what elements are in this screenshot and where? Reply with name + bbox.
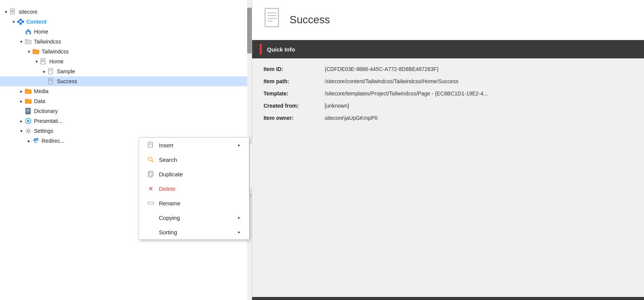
settings-icon: [24, 127, 32, 135]
item-path-label: Item path:: [264, 78, 325, 84]
folder-data-icon: [24, 97, 32, 105]
svg-rect-51: [149, 171, 153, 176]
template-label: Template:: [264, 90, 325, 97]
tree-item-home2[interactable]: ▼ Home: [0, 56, 252, 66]
tree-toggle-settings[interactable]: ▼: [18, 128, 24, 134]
submenu-item-page[interactable]: Page: [250, 144, 252, 159]
copying-arrow: ►: [237, 215, 241, 220]
tree-label-presentation: Presentati...: [34, 118, 63, 124]
dict-icon: [24, 107, 32, 115]
tree-toggle-redirect[interactable]: ►: [26, 138, 32, 144]
svg-rect-0: [10, 9, 15, 14]
left-panel: ▼ sitecore ▼: [0, 0, 252, 300]
svg-rect-23: [49, 68, 53, 74]
submenu-scroll-up[interactable]: ▲: [250, 138, 252, 144]
context-menu-item-copying[interactable]: Copying ►: [139, 210, 249, 225]
svg-rect-16: [25, 39, 28, 40]
sorting-icon: [147, 228, 155, 236]
scrollbar-thumb[interactable]: [247, 8, 252, 53]
tree-item-media[interactable]: ► Media: [0, 86, 252, 96]
tree-item-settings[interactable]: ▼ Settings: [0, 126, 252, 136]
tree-item-home[interactable]: Home: [0, 27, 252, 37]
tree-label-dictionary: Dictionary: [34, 108, 58, 114]
tree-toggle-content[interactable]: ▼: [11, 19, 17, 25]
tree-item-tailwindcss1[interactable]: ▼ Tailwindcss: [0, 37, 252, 47]
context-menu-item-sorting[interactable]: Sorting ►: [139, 225, 249, 239]
folder-media-icon: [24, 87, 32, 95]
svg-rect-33: [26, 108, 31, 114]
tree-label-tailwindcss1: Tailwindcss: [34, 39, 61, 45]
redirect-icon: [32, 137, 40, 145]
info-row-item-owner: Item owner: sitecore\jaUpGKmpP0: [264, 115, 633, 121]
svg-point-39: [28, 121, 29, 121]
tree-item-sitecore[interactable]: ▼ sitecore: [0, 7, 252, 17]
tree-toggle-sitecore[interactable]: ▼: [3, 9, 9, 15]
quick-info-bar: Quick Info: [252, 40, 644, 58]
tree-toggle-home2[interactable]: ▼: [34, 58, 40, 65]
folder-yellow-icon: [32, 48, 40, 55]
tree-toggle-presentation[interactable]: ►: [18, 118, 24, 124]
tree-item-dictionary[interactable]: Dictionary: [0, 106, 252, 116]
svg-rect-14: [27, 32, 29, 34]
tree-item-data[interactable]: ► Data: [0, 96, 252, 106]
tree-toggle-home: [18, 29, 24, 35]
created-from-value: [unknown]: [325, 103, 633, 109]
svg-rect-17: [33, 50, 39, 54]
tree-toggle-data[interactable]: ►: [18, 98, 24, 104]
page-header-icon: [264, 8, 283, 32]
accent-bar: [260, 44, 262, 55]
tree-toggle-tailwindcss2[interactable]: ▼: [26, 48, 32, 55]
item-id-label: Item ID:: [264, 66, 325, 72]
insert-icon: [147, 141, 155, 149]
svg-rect-30: [25, 89, 28, 90]
tree-toggle-success: [41, 78, 47, 84]
created-from-label: Created from:: [264, 103, 325, 109]
tree-label-redirect: Redirec...: [42, 138, 65, 144]
svg-line-50: [152, 161, 154, 163]
template-value: /sitecore/templates/Project/Tailwindcss/…: [325, 90, 633, 97]
tree-label-home: Home: [34, 29, 48, 35]
duplicate-icon: [147, 170, 155, 178]
submenu-item-redirect[interactable]: Redirect: [250, 159, 252, 173]
submenu-scroll-down[interactable]: ▼: [250, 188, 252, 194]
context-menu-item-rename[interactable]: Rename: [139, 196, 249, 210]
item-path-value: /sitecore/content/Tailwindcss/Tailwindcs…: [325, 78, 633, 84]
search-label: Search: [159, 156, 241, 163]
tree-label-settings: Settings: [34, 128, 53, 134]
folder-doc-icon: [24, 38, 32, 45]
tree-toggle-sample[interactable]: ►: [41, 68, 47, 74]
tree-item-sample[interactable]: ► Sample: [0, 66, 252, 76]
tree-toggle-tailwindcss1[interactable]: ▼: [18, 39, 24, 45]
context-menu-item-delete[interactable]: ✕ Delete: [139, 181, 249, 196]
info-row-created-from: Created from: [unknown]: [264, 103, 633, 109]
doc-icon-sample: [47, 68, 55, 75]
context-menu-item-insert[interactable]: Insert ► ▲ Page: [139, 138, 249, 152]
rename-label: Rename: [159, 200, 241, 206]
tree-item-tailwindcss2[interactable]: ▼ Tailwindcss: [0, 47, 252, 56]
delete-label: Delete: [159, 185, 241, 192]
page-title: Success: [290, 14, 330, 26]
blue-nodes-icon: [17, 18, 24, 26]
tree-label-success: Success: [57, 78, 77, 84]
tree-label-tailwindcss2: Tailwindcss: [42, 48, 69, 55]
context-menu-item-search[interactable]: Search: [139, 152, 249, 167]
info-row-template: Template: /sitecore/templates/Project/Ta…: [264, 90, 633, 97]
duplicate-label: Duplicate: [159, 171, 241, 177]
svg-rect-54: [148, 202, 154, 204]
info-content: Item ID: {CDFDE03E-9886-445C-A772-8D8BE4…: [252, 58, 644, 297]
tree-item-content[interactable]: ▼ Content: [0, 17, 252, 27]
context-menu-item-duplicate[interactable]: Duplicate: [139, 167, 249, 181]
tree-label-media: Media: [34, 88, 49, 94]
item-id-value: {CDFDE03E-9886-445C-A772-8D8BE487263F}: [325, 66, 633, 72]
tree-item-presentation[interactable]: ► Presentati...: [0, 116, 252, 126]
doc-icon: [9, 8, 17, 16]
copying-label: Copying: [159, 215, 237, 221]
item-owner-label: Item owner:: [264, 115, 325, 121]
home-icon: [24, 28, 32, 35]
insert-arrow: ►: [237, 143, 241, 147]
submenu-item-insert-from-template[interactable]: Insert from template: [250, 173, 252, 188]
right-panel: Success Quick Info Item ID: {CDFDE03E-98…: [252, 0, 644, 300]
tree-toggle-media[interactable]: ►: [18, 88, 24, 94]
sorting-arrow: ►: [237, 230, 241, 234]
tree-item-success[interactable]: Success: [0, 76, 252, 86]
